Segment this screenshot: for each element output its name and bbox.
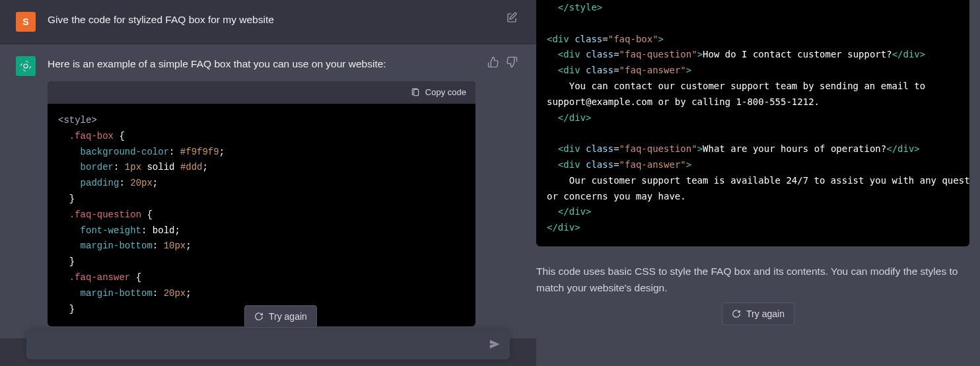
thumbs-down-icon[interactable]: [506, 56, 518, 68]
chat-input-bar[interactable]: [26, 329, 510, 359]
code-content-left: <style> .faq-box { background-color: #f9…: [48, 104, 475, 326]
clipboard-icon: [411, 88, 420, 97]
code-block: Copy code <style> .faq-box { background-…: [48, 81, 475, 326]
send-icon[interactable]: [489, 338, 501, 350]
try-again-button[interactable]: Try again: [244, 305, 317, 328]
svg-point-0: [24, 64, 28, 68]
chat-input[interactable]: [36, 339, 489, 350]
assistant-intro: Here is an example of a simple FAQ box t…: [48, 56, 475, 72]
copy-code-button[interactable]: Copy code: [48, 81, 475, 104]
user-avatar: S: [16, 12, 36, 32]
svg-rect-1: [414, 89, 419, 95]
assistant-avatar: [16, 56, 36, 76]
edit-icon[interactable]: [506, 12, 518, 24]
refresh-icon: [254, 312, 263, 321]
thumbs-up-icon[interactable]: [487, 56, 499, 68]
try-again-label: Try again: [269, 311, 307, 322]
refresh-icon: [732, 309, 741, 318]
try-again-button[interactable]: Try again: [722, 303, 794, 325]
code-content-right: </style> <div class="faq-box"> <div clas…: [536, 0, 969, 246]
copy-code-label: Copy code: [425, 86, 466, 99]
assistant-outro: This code uses basic CSS to style the FA…: [536, 256, 980, 297]
try-again-label: Try again: [746, 309, 785, 319]
user-prompt: Give the code for stylized FAQ box for m…: [48, 12, 494, 28]
